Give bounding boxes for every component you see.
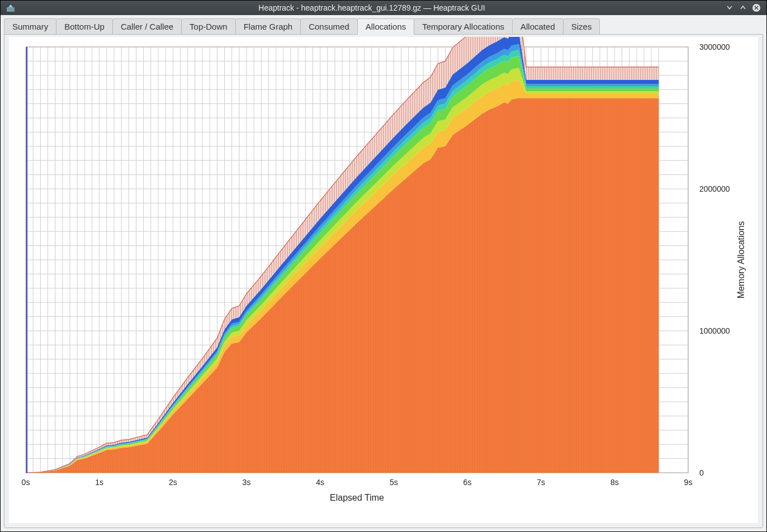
tab-content: 0s1s2s3s4s5s6s7s8s9s01000000200000030000… [4,34,763,528]
svg-text:8s: 8s [610,478,619,487]
tab-consumed[interactable]: Consumed [300,18,358,35]
tab-allocated[interactable]: Allocated [512,18,564,35]
svg-text:3000000: 3000000 [699,42,730,51]
svg-text:7s: 7s [537,478,545,487]
svg-text:4s: 4s [316,478,324,487]
svg-text:3s: 3s [243,478,251,487]
tab-top-down[interactable]: Top-Down [181,18,236,35]
svg-text:2000000: 2000000 [699,184,730,193]
allocations-chart[interactable]: 0s1s2s3s4s5s6s7s8s9s01000000200000030000… [9,37,758,523]
close-button[interactable] [752,3,761,12]
app-icon [6,3,15,12]
svg-text:9s: 9s [684,478,693,487]
tab-allocations[interactable]: Allocations [357,18,415,35]
tab-temporary-allocations[interactable]: Temporary Allocations [414,18,513,35]
tab-sizes[interactable]: Sizes [563,18,600,35]
tab-bar: SummaryBottom-UpCaller / CalleeTop-DownF… [1,15,766,35]
tab-summary[interactable]: Summary [4,18,56,35]
minimize-button[interactable] [725,3,734,12]
maximize-button[interactable] [738,3,747,12]
window-title: Heaptrack - heaptrack.heaptrack_gui.1278… [18,3,725,12]
svg-text:0: 0 [699,468,704,477]
svg-text:Elapsed Time: Elapsed Time [330,493,384,502]
svg-text:1000000: 1000000 [699,326,730,335]
svg-text:5s: 5s [390,478,398,487]
svg-text:6s: 6s [463,478,472,487]
titlebar[interactable]: Heaptrack - heaptrack.heaptrack_gui.1278… [1,1,766,15]
chart-pane[interactable]: 0s1s2s3s4s5s6s7s8s9s01000000200000030000… [9,37,758,523]
svg-text:Memory Allocations: Memory Allocations [736,221,746,299]
svg-text:2s: 2s [169,478,177,487]
tab-caller-callee[interactable]: Caller / Callee [112,18,182,35]
svg-text:0s: 0s [22,478,30,487]
svg-text:1s: 1s [95,478,103,487]
tab-flame-graph[interactable]: Flame Graph [235,18,301,35]
svg-rect-0 [7,7,15,12]
tab-bottom-up[interactable]: Bottom-Up [56,18,113,35]
